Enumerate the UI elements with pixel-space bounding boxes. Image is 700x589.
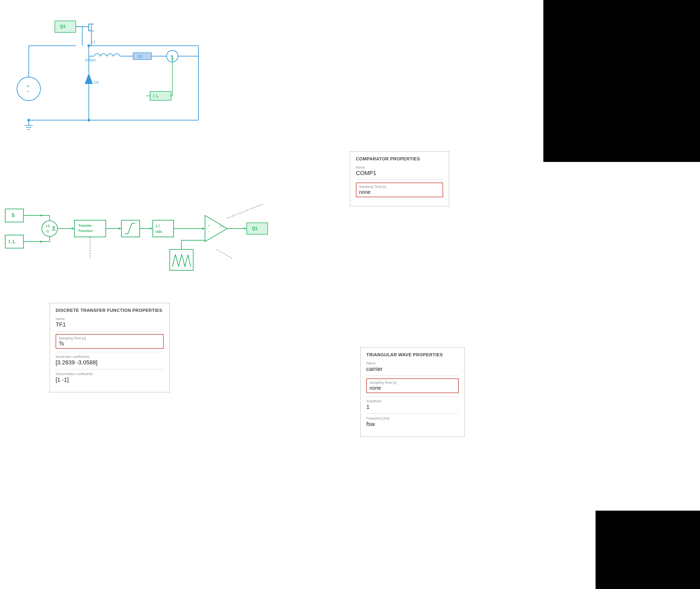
dtf-denominator-label: Denominator coefficients bbox=[56, 372, 164, 376]
triangular-amplitude-field: Amplitude 1 bbox=[366, 399, 459, 410]
dtf-denominator-value: [1 -1] bbox=[56, 376, 164, 383]
triangular-name-value: carrier bbox=[366, 366, 459, 373]
svg-text:I_L: I_L bbox=[9, 239, 15, 244]
triangular-sampling-field: Sampling Time [s] none bbox=[366, 378, 459, 393]
svg-text:Σ: Σ bbox=[52, 225, 56, 232]
svg-text:1 /: 1 / bbox=[156, 224, 160, 228]
triangular-title: TRIANGULAR WAVE PROPERTIES bbox=[366, 352, 459, 358]
svg-text:Q1: Q1 bbox=[252, 226, 257, 231]
dtf-denominator-field: Denominator coefficients [1 -1] bbox=[56, 372, 164, 383]
triangular-name-field: Name carrier bbox=[366, 361, 459, 373]
triangular-frequency-value: fsw bbox=[366, 421, 459, 428]
dtf-title: DISCRETE TRANSFER FUNCTION PROPERTIES bbox=[56, 308, 164, 313]
svg-text:Vdc: Vdc bbox=[156, 230, 163, 234]
svg-point-41 bbox=[87, 119, 90, 122]
comparator-sampling-value: none bbox=[359, 189, 440, 195]
svg-text:+: + bbox=[27, 84, 29, 88]
svg-line-92 bbox=[227, 204, 264, 218]
circuit-diagram: + − Q1 L1 100uH 1Ω bbox=[8, 5, 243, 152]
svg-text:1Ω: 1Ω bbox=[138, 54, 142, 58]
svg-text:-1: -1 bbox=[46, 229, 49, 233]
svg-line-91 bbox=[217, 249, 232, 258]
dtf-sampling-label: Sampling Time [s] bbox=[59, 336, 161, 340]
svg-point-34 bbox=[27, 119, 30, 122]
svg-point-40 bbox=[87, 44, 90, 47]
svg-text:Function: Function bbox=[78, 229, 93, 233]
svg-text:5: 5 bbox=[12, 212, 15, 218]
dtf-numerator-field: Numerator coefficients [3.2839 -3.0588] bbox=[56, 355, 164, 366]
triangular-frequency-field: Frequency [Hz] fsw bbox=[366, 416, 459, 428]
triangular-sampling-value: none bbox=[370, 385, 456, 391]
svg-text:L1: L1 bbox=[91, 40, 95, 44]
triangular-amplitude-value: 1 bbox=[366, 404, 459, 410]
dtf-numerator-value: [3.2839 -3.0588] bbox=[56, 359, 164, 366]
svg-marker-80 bbox=[205, 215, 227, 242]
dtf-name-value: TF1 bbox=[56, 321, 164, 328]
dtf-name-field: Name TF1 bbox=[56, 317, 164, 328]
svg-rect-72 bbox=[122, 220, 140, 237]
comparator-sampling-label: Sampling Time [s] bbox=[359, 185, 440, 189]
svg-marker-65 bbox=[72, 227, 74, 230]
svg-rect-75 bbox=[153, 220, 174, 237]
svg-marker-79 bbox=[202, 227, 205, 230]
dtf-numerator-label: Numerator coefficients bbox=[56, 355, 164, 359]
svg-marker-74 bbox=[150, 227, 153, 230]
svg-text:+1: +1 bbox=[46, 224, 50, 228]
svg-text:A: A bbox=[171, 54, 173, 58]
svg-marker-36 bbox=[85, 73, 93, 83]
comparator-name-field: Name COMP1 bbox=[356, 165, 443, 177]
svg-text:>=: >= bbox=[219, 224, 224, 228]
svg-marker-71 bbox=[119, 227, 122, 230]
svg-text:−: − bbox=[27, 89, 29, 93]
dtf-sampling-field: Sampling Time [s] Ts bbox=[56, 334, 164, 349]
svg-point-4 bbox=[17, 77, 40, 101]
svg-text:100uH: 100uH bbox=[85, 58, 95, 62]
svg-rect-88 bbox=[170, 249, 193, 270]
dtf-sampling-value: Ts bbox=[59, 341, 161, 347]
triangular-name-label: Name bbox=[366, 361, 459, 365]
comparator-properties-panel: COMPARATOR PROPERTIES Name COMP1 Samplin… bbox=[350, 152, 449, 206]
dtf-name-label: Name bbox=[56, 317, 164, 321]
svg-text:D1: D1 bbox=[94, 80, 99, 84]
svg-text:+: + bbox=[208, 224, 210, 227]
svg-text:−: − bbox=[208, 230, 210, 234]
svg-text:I_L: I_L bbox=[153, 94, 159, 98]
comparator-name-label: Name bbox=[356, 165, 443, 169]
triangular-amplitude-label: Amplitude bbox=[366, 399, 459, 403]
comparator-title: COMPARATOR PROPERTIES bbox=[356, 157, 443, 162]
triangular-wave-properties-panel: TRIANGULAR WAVE PROPERTIES Name carrier … bbox=[360, 347, 465, 437]
discrete-tf-properties-panel: DISCRETE TRANSFER FUNCTION PROPERTIES Na… bbox=[50, 303, 170, 392]
svg-text:Q1: Q1 bbox=[60, 24, 65, 29]
triangular-sampling-label: Sampling Time [s] bbox=[370, 381, 456, 384]
svg-marker-85 bbox=[244, 227, 247, 230]
comparator-sampling-field: Sampling Time [s] none bbox=[356, 183, 443, 197]
comparator-name-value: COMP1 bbox=[356, 170, 443, 177]
svg-text:Transfer: Transfer bbox=[78, 224, 92, 227]
svg-rect-66 bbox=[74, 220, 106, 237]
control-diagram: 5 I_L +1 -1 Σ Transfer Function bbox=[0, 172, 392, 277]
triangular-frequency-label: Frequency [Hz] bbox=[366, 416, 459, 420]
